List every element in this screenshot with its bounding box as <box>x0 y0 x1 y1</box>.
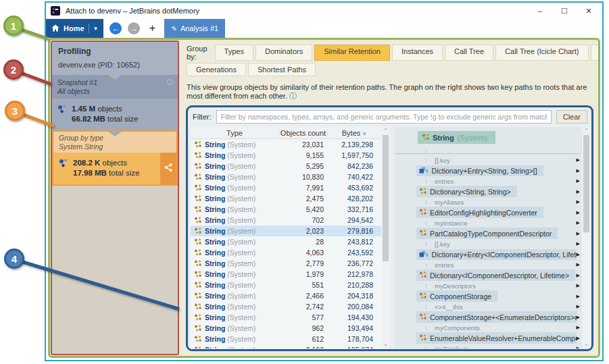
chevron-down-icon[interactable]: ▼ <box>93 26 99 32</box>
info-icon[interactable]: ⓘ <box>167 78 174 87</box>
expand-arrow-icon[interactable]: ▶ <box>577 210 580 215</box>
table-scrollbar[interactable]: ⌃ ⌄ <box>381 127 390 348</box>
table-row[interactable]: String (System) 2,742 200,084 <box>191 301 381 312</box>
expand-arrow-icon[interactable]: ▶ <box>577 304 580 309</box>
clear-filter-button[interactable]: Clear <box>556 110 587 124</box>
expand-arrow-icon[interactable]: ▶ <box>577 315 580 320</box>
back-button[interactable]: ← <box>109 22 122 34</box>
table-row[interactable]: String (System) 2,466 204,318 <box>191 290 381 301</box>
table-row[interactable]: String (System) 4,063 243,592 <box>191 247 381 258</box>
expand-arrow-icon[interactable]: ▶ <box>577 336 580 341</box>
scroll-up-icon[interactable]: ⌃ <box>383 127 388 135</box>
table-row[interactable]: String (System) 2,193 165,674 <box>191 344 381 348</box>
table-row[interactable]: String (System) 962 193,494 <box>191 323 381 334</box>
type-cell: String (System) <box>205 227 283 235</box>
table-row[interactable]: String (System) 7,991 453,692 <box>191 182 381 193</box>
tab-back-traces[interactable]: Back Traces <box>591 45 599 61</box>
tree-node-box[interactable]: PartCatalogTypeComponentDescriptor <box>416 228 558 239</box>
scroll-down-icon[interactable]: ⌄ <box>584 340 589 348</box>
group-by-type-card[interactable]: Group by type System.String 208.2 K obje… <box>52 130 178 186</box>
tree-node-row[interactable]: ComponentStorage+<EnumerateDescriptors>d… <box>395 311 582 323</box>
expand-arrow-icon[interactable]: ▶ <box>577 262 580 267</box>
table-row[interactable]: String (System) 2,475 428,202 <box>191 193 381 204</box>
column-type[interactable]: Type <box>191 129 278 137</box>
tree-node-row[interactable]: EnumerableValueResolver+EnumerableCompon… <box>395 332 582 344</box>
objects-count-cell: 612 <box>283 335 330 343</box>
scrollbar-thumb[interactable] <box>583 135 589 232</box>
expand-arrow-icon[interactable]: ▶ <box>577 157 580 163</box>
filter-input[interactable] <box>216 110 552 124</box>
tree-items: ↑ [].key ▶ ♮Dictionary+Entry<String, Str… <box>395 155 582 348</box>
tree-node-box[interactable]: ♮Dictionary+Entry<IComponentDescriptor, … <box>416 249 577 260</box>
table-row[interactable]: String (System) 23,031 2,139,298 <box>191 139 381 150</box>
table-row[interactable]: String (System) 577 194,430 <box>191 312 381 323</box>
tree-root[interactable]: String (System) <box>395 130 582 145</box>
toolbar: Home ▼ ← → + ✎ Analysis #1 <box>46 19 602 38</box>
tree-node-box[interactable]: ♮Dictionary+Entry<String, String>[] <box>416 165 543 176</box>
table-row[interactable]: String (System) 5,295 842,236 <box>191 161 381 172</box>
snapshot-card[interactable]: ⓘ Snapshot #1 All objects 1.45 M objects… <box>52 75 178 130</box>
retention-graph-button[interactable] <box>160 153 176 184</box>
tab-call-tree-icicle-chart[interactable]: Call Tree (Icicle Chart) <box>495 45 588 61</box>
tree-node-box[interactable]: EditorConfigHighlightingConverter <box>416 207 543 218</box>
table-row[interactable]: String (System) 9,155 1,597,750 <box>191 150 381 161</box>
expand-arrow-icon[interactable]: ▶ <box>577 220 580 226</box>
tree-node-box[interactable]: Dictionary<IComponentDescriptor, Lifetim… <box>416 269 575 281</box>
expand-arrow-icon[interactable]: ▶ <box>577 178 580 184</box>
edge-label: entries <box>435 261 454 269</box>
minimize-button[interactable]: – <box>528 3 552 18</box>
expand-arrow-icon[interactable]: ▶ <box>577 273 580 278</box>
expand-arrow-icon[interactable]: ▶ <box>577 199 580 205</box>
expand-arrow-icon[interactable]: ▶ <box>577 168 580 174</box>
tab-shortest-paths[interactable]: Shortest Paths <box>248 63 316 76</box>
tree-node-box[interactable]: Dictionary<String, String> <box>416 186 517 197</box>
scroll-down-icon[interactable]: ⌄ <box>383 340 388 348</box>
tree-node-row[interactable]: ♮Dictionary+Entry<IComponentDescriptor, … <box>395 249 582 260</box>
scroll-up-icon[interactable]: ⌃ <box>584 127 589 135</box>
tree-node-box[interactable]: EnumerableValueResolver+EnumerableCompon… <box>416 332 577 344</box>
expand-arrow-icon[interactable]: ▶ <box>577 231 580 236</box>
tree-node-row[interactable]: PartCatalogTypeComponentDescriptor ▶ <box>395 228 582 239</box>
table-row[interactable]: String (System) 612 178,704 <box>191 334 381 344</box>
forward-button[interactable]: → <box>128 22 140 34</box>
tree-node-row[interactable]: Dictionary<IComponentDescriptor, Lifetim… <box>395 269 582 281</box>
table-row[interactable]: String (System) 5,420 332,716 <box>191 204 381 215</box>
tree-node-row[interactable]: ♮Dictionary+Entry<String, String>[] ▶ <box>395 165 582 176</box>
table-row[interactable]: String (System) 551 210,288 <box>191 280 381 290</box>
expand-arrow-icon[interactable]: ▶ <box>577 189 580 194</box>
tab-similar-retention[interactable]: Similar Retention <box>314 45 390 61</box>
info-icon[interactable]: ⓘ <box>289 92 297 100</box>
new-analysis-button[interactable]: + <box>147 22 157 34</box>
scrollbar-thumb[interactable] <box>383 135 389 261</box>
tab-dominators[interactable]: Dominators <box>255 45 312 61</box>
table-row[interactable]: String (System) 28 243,812 <box>191 236 381 247</box>
close-button[interactable]: ✕ <box>577 3 601 18</box>
expand-arrow-icon[interactable]: ▶ <box>577 325 580 330</box>
tree-node-row[interactable]: ComponentStorage ▶ <box>395 290 582 302</box>
tree-node-box[interactable]: ComponentStorage <box>416 290 497 302</box>
tab-analysis-1[interactable]: ✎ Analysis #1 <box>164 19 225 38</box>
maximize-button[interactable]: ☐ <box>552 3 577 18</box>
tree-scrollbar[interactable]: ⌃ ⌄ <box>582 127 591 348</box>
column-bytes[interactable]: Bytes▼ <box>327 129 381 137</box>
tab-call-tree[interactable]: Call Tree <box>445 45 493 61</box>
expand-arrow-icon[interactable]: ▶ <box>577 294 580 299</box>
expand-arrow-icon[interactable]: ▶ <box>577 241 580 246</box>
column-objects-count[interactable]: Objects count <box>278 129 327 137</box>
table-row[interactable]: String (System) 2,023 279,816 <box>191 226 381 236</box>
table-row[interactable]: String (System) 10,830 740,422 <box>191 172 381 182</box>
expand-arrow-icon[interactable]: ▶ <box>577 283 580 288</box>
tree-node-box[interactable]: ComponentStorage+<EnumerateDescriptors>d… <box>416 311 577 323</box>
tab-types[interactable]: Types <box>215 45 253 61</box>
tab-instances[interactable]: Instances <box>392 45 443 61</box>
tab-generations[interactable]: Generations <box>187 63 246 76</box>
tree-node-row[interactable]: EditorConfigHighlightingConverter ▶ <box>395 207 582 218</box>
home-button[interactable]: Home ▼ <box>46 19 103 38</box>
tree-node-row[interactable]: Dictionary<String, String> ▶ <box>395 186 582 197</box>
table-row[interactable]: String (System) 702 294,542 <box>191 215 381 226</box>
expand-arrow-icon[interactable]: ▶ <box>577 252 580 257</box>
table-row[interactable]: String (System) 1,979 212,978 <box>191 269 381 280</box>
table-row[interactable]: String (System) 2,779 236,772 <box>191 258 381 269</box>
bytes-cell: 294,542 <box>330 216 381 224</box>
expand-arrow-icon[interactable]: ▶ <box>577 346 580 348</box>
